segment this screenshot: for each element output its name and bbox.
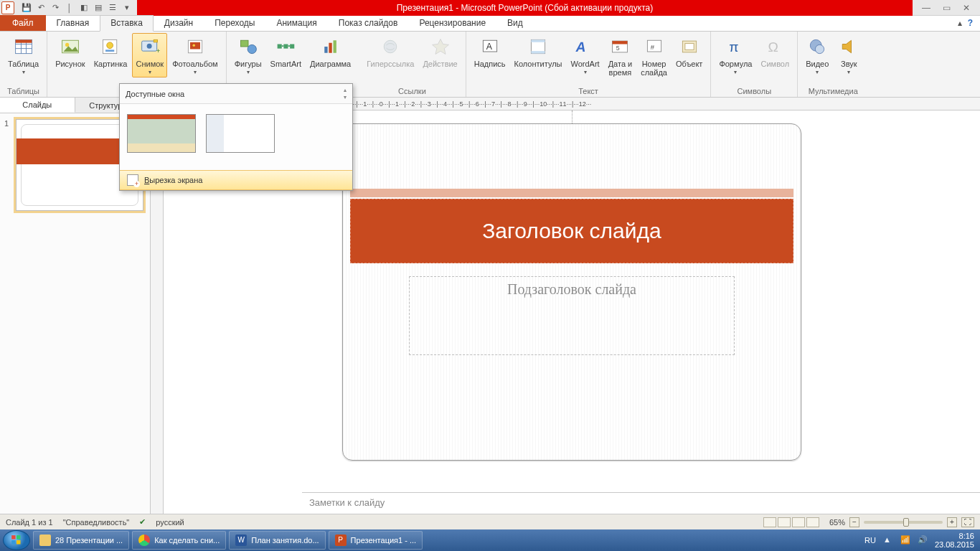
video-button[interactable]: Видео▾ bbox=[802, 33, 832, 77]
object-label: Объект bbox=[676, 60, 702, 68]
taskbar-item-explorer[interactable]: 28 Презентации ... bbox=[33, 531, 129, 550]
minimize-ribbon-icon[interactable]: ▴ bbox=[958, 18, 962, 28]
action-button[interactable]: Действие bbox=[419, 33, 461, 70]
view-reading-button[interactable] bbox=[792, 517, 805, 527]
photoalbum-button[interactable]: Фотоальбом▾ bbox=[169, 33, 222, 77]
smartart-button[interactable]: SmartArt bbox=[267, 33, 305, 70]
minimize-icon[interactable]: — bbox=[920, 3, 933, 13]
tray-volume-icon[interactable]: 🔊 bbox=[918, 535, 928, 545]
tab-slides-thumbs[interactable]: Слайды bbox=[0, 98, 75, 113]
undo-icon[interactable]: ↶ bbox=[35, 2, 47, 14]
dropdown-scroll[interactable]: ▴▾ bbox=[344, 87, 347, 100]
audio-button[interactable]: Звук▾ bbox=[834, 33, 864, 77]
chevron-down-icon: ▾ bbox=[149, 69, 151, 75]
qat-dropdown-icon[interactable]: ▾ bbox=[121, 2, 133, 14]
tray-network-icon[interactable]: 📶 bbox=[900, 535, 910, 545]
maximize-icon[interactable]: ▭ bbox=[940, 3, 953, 13]
zoom-value[interactable]: 65% bbox=[829, 518, 845, 527]
tab-review[interactable]: Рецензирование bbox=[408, 15, 496, 31]
symbol-button[interactable]: ΩСимвол bbox=[757, 33, 793, 70]
table-button[interactable]: Таблица ▾ bbox=[4, 33, 42, 77]
fit-button[interactable]: ⛶ bbox=[961, 517, 974, 527]
view-sorter-button[interactable] bbox=[778, 517, 791, 527]
datetime-label: Дата и время bbox=[608, 60, 633, 77]
wordart-button[interactable]: AWordArt▾ bbox=[567, 33, 603, 77]
window-thumb-1[interactable] bbox=[127, 114, 196, 153]
svg-point-12 bbox=[146, 44, 151, 49]
tab-transitions[interactable]: Переходы bbox=[204, 15, 265, 31]
chevron-down-icon: ▾ bbox=[816, 69, 819, 75]
tab-file[interactable]: Файл bbox=[0, 15, 46, 31]
zoom-in-button[interactable]: + bbox=[947, 517, 957, 527]
tab-animation[interactable]: Анимация bbox=[265, 15, 327, 31]
taskbar-item-chrome[interactable]: Как сделать сни... bbox=[132, 531, 226, 550]
svg-rect-49 bbox=[17, 540, 21, 545]
view-slideshow-button[interactable] bbox=[806, 517, 819, 527]
hyperlink-button[interactable]: Гиперссылка bbox=[363, 33, 418, 70]
picture-label: Рисунок bbox=[55, 60, 85, 68]
screenshot-button[interactable]: +Снимок▾ bbox=[132, 33, 167, 77]
textbox-icon: A bbox=[479, 35, 501, 58]
datetime-button[interactable]: 5Дата и время bbox=[605, 33, 636, 79]
input-language[interactable]: RU bbox=[864, 536, 876, 545]
status-language[interactable]: русский bbox=[156, 518, 184, 527]
zoom-slider[interactable] bbox=[864, 521, 943, 524]
start-button[interactable] bbox=[3, 530, 30, 550]
chart-button[interactable]: Диаграмма bbox=[306, 33, 354, 70]
slide[interactable]: Заголовок слайда Подзаголовок слайда bbox=[342, 123, 801, 461]
shapes-button[interactable]: Фигуры▾ bbox=[231, 33, 265, 77]
view-normal-button[interactable] bbox=[763, 517, 776, 527]
textbox-button[interactable]: AНадпись bbox=[471, 33, 509, 70]
headerfooter-button[interactable]: Колонтитулы bbox=[511, 33, 566, 70]
chart-label: Диаграмма bbox=[310, 60, 351, 68]
clipart-button[interactable]: Картинка bbox=[90, 33, 131, 70]
clock[interactable]: 8:16 23.08.2015 bbox=[935, 532, 974, 549]
notes-pane[interactable]: Заметки к слайду bbox=[302, 492, 980, 514]
quick-access-toolbar: 💾 ↶ ↷ │ ◧ ▤ ☰ ▾ bbox=[17, 2, 137, 14]
clock-date: 23.08.2015 bbox=[935, 540, 974, 549]
object-button[interactable]: Объект bbox=[672, 33, 706, 70]
smartart-icon bbox=[274, 35, 297, 58]
qat-extra1-icon[interactable]: ◧ bbox=[78, 2, 90, 14]
help-icon[interactable]: ? bbox=[968, 18, 973, 28]
equation-button[interactable]: πФормула▾ bbox=[715, 33, 755, 77]
view-buttons bbox=[763, 517, 819, 527]
folder-icon bbox=[39, 534, 51, 546]
powerpoint-icon: P bbox=[335, 534, 347, 546]
qat-extra2-icon[interactable]: ▤ bbox=[93, 2, 104, 14]
video-icon bbox=[806, 35, 829, 58]
redo-icon[interactable]: ↷ bbox=[50, 2, 61, 14]
photoalbum-icon bbox=[184, 35, 207, 58]
taskbar-item-word[interactable]: WПлан занятия.do... bbox=[229, 531, 325, 550]
screen-clipping-item[interactable]: Вырезка экрана bbox=[120, 170, 352, 190]
action-icon bbox=[429, 35, 452, 58]
svg-marker-27 bbox=[432, 39, 448, 55]
window-thumb-2[interactable] bbox=[206, 114, 275, 153]
window-controls: — ▭ ✕ bbox=[913, 3, 980, 13]
tab-view[interactable]: Вид bbox=[496, 15, 534, 31]
zoom-thumb[interactable] bbox=[903, 518, 909, 527]
zoom-out-button[interactable]: − bbox=[849, 517, 859, 527]
slide-subtitle-placeholder[interactable]: Подзаголовок слайда bbox=[409, 276, 735, 355]
tab-insert[interactable]: Вставка bbox=[100, 15, 154, 32]
taskbar-item-powerpoint[interactable]: PПрезентация1 - ... bbox=[329, 531, 423, 550]
tab-home[interactable]: Главная bbox=[46, 15, 100, 31]
svg-rect-23 bbox=[324, 47, 327, 53]
qat-extra3-icon[interactable]: ☰ bbox=[107, 2, 118, 14]
tab-slideshow[interactable]: Показ слайдов bbox=[328, 15, 409, 31]
picture-button[interactable]: Рисунок bbox=[52, 33, 89, 70]
chevron-down-icon: ▾ bbox=[734, 69, 737, 75]
spellcheck-icon[interactable]: ✔ bbox=[139, 517, 146, 527]
datetime-icon: 5 bbox=[608, 35, 631, 58]
save-icon[interactable]: 💾 bbox=[21, 2, 32, 14]
close-icon[interactable]: ✕ bbox=[960, 3, 973, 13]
window-title: Презентация1 - Microsoft PowerPoint (Сбо… bbox=[137, 0, 913, 16]
svg-rect-25 bbox=[333, 40, 336, 53]
tab-design[interactable]: Дизайн bbox=[154, 15, 204, 31]
smartart-label: SmartArt bbox=[270, 60, 301, 68]
object-icon bbox=[678, 35, 701, 58]
shapes-label: Фигуры bbox=[235, 60, 262, 68]
tray-flag-icon[interactable]: ▲ bbox=[883, 535, 893, 545]
slidenumber-button[interactable]: #Номер слайда bbox=[637, 33, 671, 79]
slide-title-placeholder[interactable]: Заголовок слайда bbox=[350, 199, 793, 263]
